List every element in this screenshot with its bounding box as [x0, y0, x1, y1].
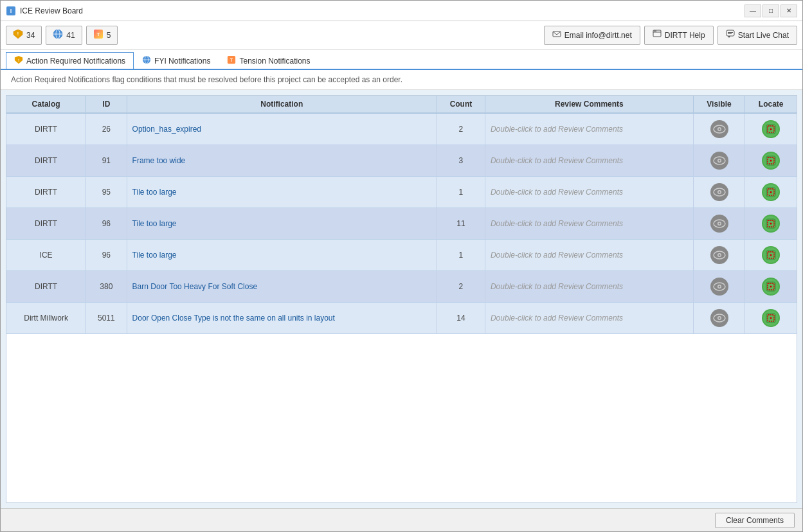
- table-row: DIRTT 95 Tile too large 1 Double-click t…: [6, 177, 797, 208]
- cell-notification[interactable]: Frame too wide: [127, 145, 437, 177]
- tension-badge-button[interactable]: T 5: [86, 26, 118, 45]
- locate-button[interactable]: [762, 309, 780, 327]
- notification-link[interactable]: Tile too large: [132, 188, 177, 197]
- cell-locate[interactable]: [745, 303, 797, 334]
- cell-locate[interactable]: [745, 240, 797, 271]
- cell-locate[interactable]: [745, 113, 797, 145]
- col-review-comments: Review Comments: [485, 96, 693, 113]
- svg-point-66: [770, 317, 772, 319]
- cell-notification[interactable]: Tile too large: [127, 177, 437, 208]
- cell-locate[interactable]: [745, 145, 797, 177]
- locate-button[interactable]: [762, 183, 780, 201]
- cell-count: 1: [437, 177, 485, 208]
- review-comment-placeholder[interactable]: Double-click to add Review Comments: [491, 251, 623, 260]
- cell-visible[interactable]: [693, 208, 745, 240]
- cell-id: 5011: [86, 303, 127, 334]
- tab-tension-label: Tension Notifications: [239, 57, 310, 66]
- locate-button[interactable]: [762, 120, 780, 138]
- locate-button[interactable]: [762, 215, 780, 233]
- cell-review-comment[interactable]: Double-click to add Review Comments: [485, 145, 693, 177]
- action-required-badge-button[interactable]: ! 34: [6, 26, 42, 45]
- visible-toggle[interactable]: [710, 278, 728, 296]
- review-comment-placeholder[interactable]: Double-click to add Review Comments: [491, 156, 623, 165]
- toolbar: ! 34 41 T 5: [1, 21, 802, 49]
- svg-text:I: I: [10, 8, 12, 14]
- cell-visible[interactable]: [693, 113, 745, 145]
- help-button[interactable]: DIRTT Help: [644, 26, 714, 45]
- tab-fyi[interactable]: FYI Notifications: [134, 52, 219, 69]
- cell-notification[interactable]: Tile too large: [127, 208, 437, 240]
- locate-button[interactable]: [762, 152, 780, 170]
- locate-button[interactable]: [762, 246, 780, 264]
- svg-point-57: [718, 286, 720, 288]
- cell-notification[interactable]: Door Open Close Type is not the same on …: [127, 303, 437, 334]
- visible-toggle[interactable]: [710, 183, 728, 201]
- email-button[interactable]: Email info@dirtt.net: [544, 26, 640, 45]
- cell-locate[interactable]: [745, 208, 797, 240]
- chat-button[interactable]: Start Live Chat: [717, 26, 797, 45]
- tab-action-required[interactable]: ! Action Required Notifications: [6, 52, 134, 69]
- cell-review-comment[interactable]: Double-click to add Review Comments: [485, 208, 693, 240]
- notification-link[interactable]: Tile too large: [132, 251, 177, 260]
- cell-review-comment[interactable]: Double-click to add Review Comments: [485, 113, 693, 145]
- cell-id: 380: [86, 271, 127, 303]
- svg-point-60: [770, 286, 772, 288]
- review-comment-placeholder[interactable]: Double-click to add Review Comments: [491, 125, 623, 134]
- visible-toggle[interactable]: [710, 246, 728, 264]
- visible-toggle[interactable]: [710, 120, 728, 138]
- cell-visible[interactable]: [693, 240, 745, 271]
- clear-comments-button[interactable]: Clear Comments: [715, 513, 795, 528]
- cell-visible[interactable]: [693, 177, 745, 208]
- badge1-count: 34: [26, 31, 35, 40]
- title-bar: I ICE Review Board — □ ✕: [1, 1, 802, 21]
- visible-toggle[interactable]: [710, 152, 728, 170]
- action-required-tab-icon: !: [14, 55, 23, 66]
- svg-rect-14: [726, 30, 734, 36]
- tab-fyi-label: FYI Notifications: [154, 57, 210, 66]
- review-comment-placeholder[interactable]: Double-click to add Review Comments: [491, 282, 623, 291]
- review-comment-placeholder[interactable]: Double-click to add Review Comments: [491, 314, 623, 323]
- notification-link[interactable]: Door Open Close Type is not the same on …: [132, 314, 335, 323]
- cell-count: 1: [437, 240, 485, 271]
- col-id: ID: [86, 96, 127, 113]
- cell-catalog: DIRTT: [6, 208, 86, 240]
- cell-notification[interactable]: Barn Door Too Heavy For Soft Close: [127, 271, 437, 303]
- minimize-button[interactable]: —: [744, 4, 761, 17]
- fyi-tab-icon: [142, 55, 151, 66]
- tension-tab-icon: T: [227, 55, 236, 66]
- cell-review-comment[interactable]: Double-click to add Review Comments: [485, 177, 693, 208]
- close-button[interactable]: ✕: [780, 4, 797, 17]
- svg-point-33: [718, 160, 720, 162]
- notification-link[interactable]: Barn Door Too Heavy For Soft Close: [132, 282, 258, 291]
- review-comment-placeholder[interactable]: Double-click to add Review Comments: [491, 188, 623, 197]
- cell-review-comment[interactable]: Double-click to add Review Comments: [485, 240, 693, 271]
- cell-review-comment[interactable]: Double-click to add Review Comments: [485, 303, 693, 334]
- svg-text:!: !: [18, 58, 19, 62]
- cell-catalog: Dirtt Millwork: [6, 303, 86, 334]
- visible-toggle[interactable]: [710, 309, 728, 327]
- visible-toggle[interactable]: [710, 215, 728, 233]
- cell-id: 96: [86, 208, 127, 240]
- cell-visible[interactable]: [693, 271, 745, 303]
- notification-link[interactable]: Frame too wide: [132, 156, 186, 165]
- cell-locate[interactable]: [745, 271, 797, 303]
- cell-review-comment[interactable]: Double-click to add Review Comments: [485, 271, 693, 303]
- notification-link[interactable]: Tile too large: [132, 219, 177, 228]
- badge2-count: 41: [66, 31, 75, 40]
- table-row: DIRTT 96 Tile too large 11 Double-click …: [6, 208, 797, 240]
- cell-locate[interactable]: [745, 177, 797, 208]
- svg-point-48: [770, 223, 772, 225]
- review-comment-placeholder[interactable]: Double-click to add Review Comments: [491, 219, 623, 228]
- locate-button[interactable]: [762, 278, 780, 296]
- bottom-bar: Clear Comments: [1, 508, 802, 531]
- cell-catalog: DIRTT: [6, 145, 86, 177]
- tab-tension[interactable]: T Tension Notifications: [219, 52, 318, 69]
- cell-visible[interactable]: [693, 303, 745, 334]
- cell-notification[interactable]: Tile too large: [127, 240, 437, 271]
- cell-visible[interactable]: [693, 145, 745, 177]
- cell-notification[interactable]: Option_has_expired: [127, 113, 437, 145]
- maximize-button[interactable]: □: [762, 4, 779, 17]
- fyi-badge-button[interactable]: 41: [46, 26, 82, 45]
- cell-count: 2: [437, 271, 485, 303]
- notification-link[interactable]: Option_has_expired: [132, 125, 201, 134]
